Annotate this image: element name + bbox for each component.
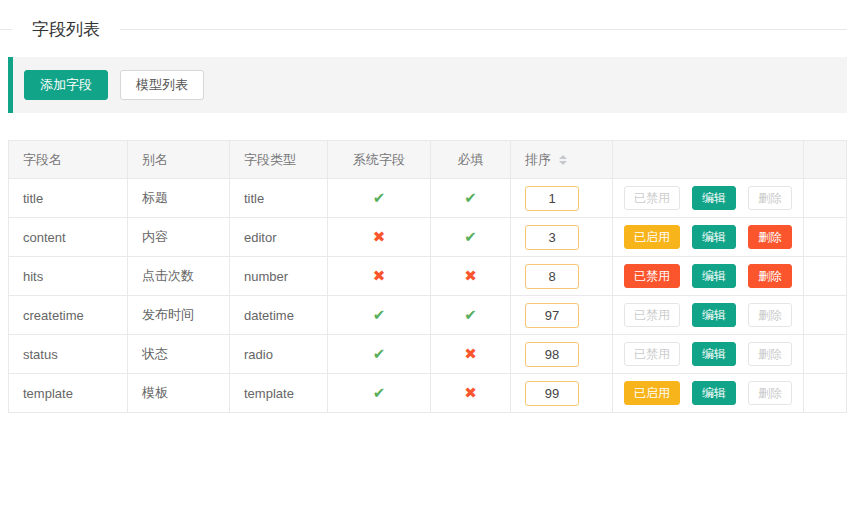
cross-icon: ✖: [464, 267, 477, 284]
alias-cell: 发布时间: [128, 296, 230, 335]
sort-input[interactable]: [525, 264, 579, 289]
sort-input[interactable]: [525, 225, 579, 250]
field-name-cell: status: [9, 335, 128, 374]
edit-button[interactable]: 编辑: [692, 381, 736, 405]
column-header-sort[interactable]: 排序: [511, 141, 613, 179]
field-name-cell: createtime: [9, 296, 128, 335]
field-name-cell: hits: [9, 257, 128, 296]
table-row: content内容editor✖✔已启用编辑删除: [9, 218, 847, 257]
required-cell: ✔: [431, 296, 511, 335]
delete-button: 删除: [748, 381, 792, 405]
column-header-field-type: 字段类型: [230, 141, 328, 179]
sort-cell: [511, 257, 613, 296]
table-row: createtime发布时间datetime✔✔已禁用编辑删除: [9, 296, 847, 335]
status-toggle-button: 已禁用: [624, 303, 680, 327]
sort-header-label: 排序: [525, 152, 551, 167]
status-toggle-button[interactable]: 已禁用: [624, 264, 680, 288]
filler-cell: [804, 179, 847, 218]
alias-cell: 内容: [128, 218, 230, 257]
column-header-system-field: 系统字段: [328, 141, 431, 179]
field-name-cell: content: [9, 218, 128, 257]
title-rule-right: [120, 29, 847, 30]
edit-button[interactable]: 编辑: [692, 225, 736, 249]
actions-cell: 已启用编辑删除: [613, 374, 804, 413]
actions-cell: 已禁用编辑删除: [613, 257, 804, 296]
actions-cell: 已禁用编辑删除: [613, 179, 804, 218]
system-field-cell: ✔: [328, 179, 431, 218]
sort-input[interactable]: [525, 303, 579, 328]
system-field-cell: ✔: [328, 296, 431, 335]
status-toggle-button[interactable]: 已启用: [624, 225, 680, 249]
actions-cell: 已启用编辑删除: [613, 218, 804, 257]
required-cell: ✔: [431, 218, 511, 257]
table-row: title标题title✔✔已禁用编辑删除: [9, 179, 847, 218]
status-toggle-button: 已禁用: [624, 186, 680, 210]
edit-button[interactable]: 编辑: [692, 264, 736, 288]
sort-cell: [511, 179, 613, 218]
column-header-filler: [804, 141, 847, 179]
alias-cell: 点击次数: [128, 257, 230, 296]
fields-table-wrap: 字段名 别名 字段类型 系统字段 必填 排序 title标题title✔✔已禁用…: [8, 140, 847, 413]
actions-cell: 已禁用编辑删除: [613, 335, 804, 374]
column-header-actions: [613, 141, 804, 179]
field-name-cell: template: [9, 374, 128, 413]
alias-cell: 模板: [128, 374, 230, 413]
edit-button[interactable]: 编辑: [692, 342, 736, 366]
fields-table: 字段名 别名 字段类型 系统字段 必填 排序 title标题title✔✔已禁用…: [8, 140, 847, 413]
required-cell: ✔: [431, 179, 511, 218]
system-field-cell: ✖: [328, 218, 431, 257]
check-icon: ✔: [373, 189, 386, 206]
title-rule-left: [0, 29, 12, 30]
check-icon: ✔: [464, 306, 477, 323]
sort-cell: [511, 335, 613, 374]
sort-toggle-icon[interactable]: [559, 155, 567, 165]
column-header-required: 必填: [431, 141, 511, 179]
table-row: status状态radio✔✖已禁用编辑删除: [9, 335, 847, 374]
check-icon: ✔: [373, 306, 386, 323]
actions-cell: 已禁用编辑删除: [613, 296, 804, 335]
check-icon: ✔: [373, 345, 386, 362]
filler-cell: [804, 335, 847, 374]
field-table-body: title标题title✔✔已禁用编辑删除content内容editor✖✔已启…: [9, 179, 847, 413]
edit-button[interactable]: 编辑: [692, 186, 736, 210]
cross-icon: ✖: [373, 228, 386, 245]
delete-button: 删除: [748, 303, 792, 327]
edit-button[interactable]: 编辑: [692, 303, 736, 327]
field-type-cell: datetime: [230, 296, 328, 335]
column-header-alias: 别名: [128, 141, 230, 179]
sort-input[interactable]: [525, 381, 579, 406]
system-field-cell: ✖: [328, 257, 431, 296]
check-icon: ✔: [373, 384, 386, 401]
sort-cell: [511, 374, 613, 413]
cross-icon: ✖: [464, 345, 477, 362]
sort-input[interactable]: [525, 186, 579, 211]
alias-cell: 标题: [128, 179, 230, 218]
filler-cell: [804, 218, 847, 257]
model-list-button[interactable]: 模型列表: [120, 70, 204, 100]
filler-cell: [804, 374, 847, 413]
system-field-cell: ✔: [328, 335, 431, 374]
check-icon: ✔: [464, 189, 477, 206]
delete-button[interactable]: 删除: [748, 264, 792, 288]
page-title: 字段列表: [32, 18, 100, 41]
field-type-cell: title: [230, 179, 328, 218]
required-cell: ✖: [431, 374, 511, 413]
field-name-cell: title: [9, 179, 128, 218]
required-cell: ✖: [431, 257, 511, 296]
sort-cell: [511, 296, 613, 335]
delete-button: 删除: [748, 186, 792, 210]
field-type-cell: template: [230, 374, 328, 413]
page-header: 字段列表: [0, 18, 847, 41]
add-field-button[interactable]: 添加字段: [24, 70, 108, 100]
table-header: 字段名 别名 字段类型 系统字段 必填 排序: [9, 141, 847, 179]
system-field-cell: ✔: [328, 374, 431, 413]
column-header-field-name: 字段名: [9, 141, 128, 179]
sort-input[interactable]: [525, 342, 579, 367]
field-type-cell: editor: [230, 218, 328, 257]
field-type-cell: number: [230, 257, 328, 296]
table-row: hits点击次数number✖✖已禁用编辑删除: [9, 257, 847, 296]
check-icon: ✔: [464, 228, 477, 245]
status-toggle-button[interactable]: 已启用: [624, 381, 680, 405]
required-cell: ✖: [431, 335, 511, 374]
delete-button[interactable]: 删除: [748, 225, 792, 249]
